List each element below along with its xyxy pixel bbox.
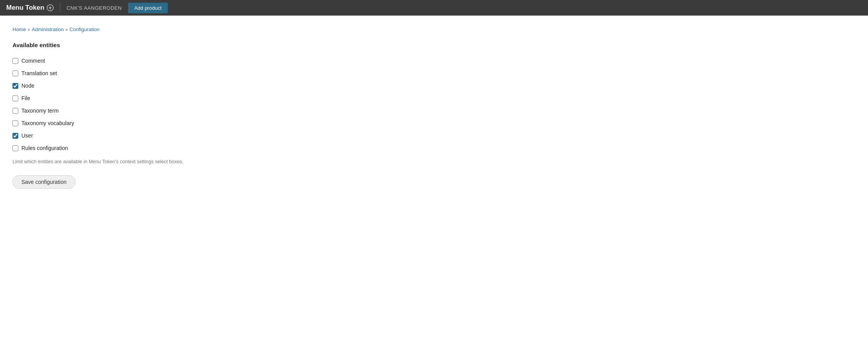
label-comment[interactable]: Comment [21,58,45,64]
breadcrumb: Home » Administration » Configuration [12,26,856,32]
add-product-button[interactable]: Add product [128,3,168,13]
checkbox-comment[interactable] [12,58,18,64]
label-taxonomy_term[interactable]: Taxonomy term [21,108,59,114]
checkbox-user[interactable] [12,133,18,139]
entity-item-taxonomy_vocabulary: Taxonomy vocabulary [12,117,856,129]
checkbox-translation_set[interactable] [12,71,18,76]
checkbox-rules_configuration[interactable] [12,145,18,151]
entity-item-translation_set: Translation set [12,67,856,79]
breadcrumb-home[interactable]: Home [12,26,26,32]
entity-item-comment: Comment [12,55,856,67]
label-taxonomy_vocabulary[interactable]: Taxonomy vocabulary [21,120,74,126]
site-title-text: Menu Token [6,4,44,12]
label-user[interactable]: User [21,132,33,139]
entity-list: CommentTranslation setNodeFileTaxonomy t… [12,55,856,154]
breadcrumb-administration[interactable]: Administration [32,26,63,32]
label-node[interactable]: Node [21,83,34,89]
label-rules_configuration[interactable]: Rules configuration [21,145,68,151]
topbar-nav-label: CNK's AANGERODEN [67,5,122,11]
main-content: Home » Administration » Configuration Av… [0,16,868,360]
site-title: Menu Token + [6,4,54,12]
section-heading: Available entities [12,42,856,48]
save-configuration-button[interactable]: Save configuration [12,175,76,189]
checkbox-node[interactable] [12,83,18,89]
breadcrumb-configuration[interactable]: Configuration [69,26,99,32]
checkbox-file[interactable] [12,95,18,101]
topbar: Menu Token + CNK's AANGERODEN Add produc… [0,0,868,16]
breadcrumb-sep-1: » [28,27,30,32]
topbar-divider [60,3,60,12]
entity-item-user: User [12,129,856,142]
label-file[interactable]: File [21,95,30,101]
entities-description: Limit which entities are available in Me… [12,159,856,164]
checkbox-taxonomy_vocabulary[interactable] [12,120,18,126]
entity-item-file: File [12,92,856,104]
checkbox-taxonomy_term[interactable] [12,108,18,114]
label-translation_set[interactable]: Translation set [21,70,57,76]
entity-item-taxonomy_term: Taxonomy term [12,104,856,117]
entity-item-rules_configuration: Rules configuration [12,142,856,154]
entity-item-node: Node [12,79,856,92]
breadcrumb-sep-2: » [65,27,68,32]
add-menu-icon[interactable]: + [47,4,54,11]
